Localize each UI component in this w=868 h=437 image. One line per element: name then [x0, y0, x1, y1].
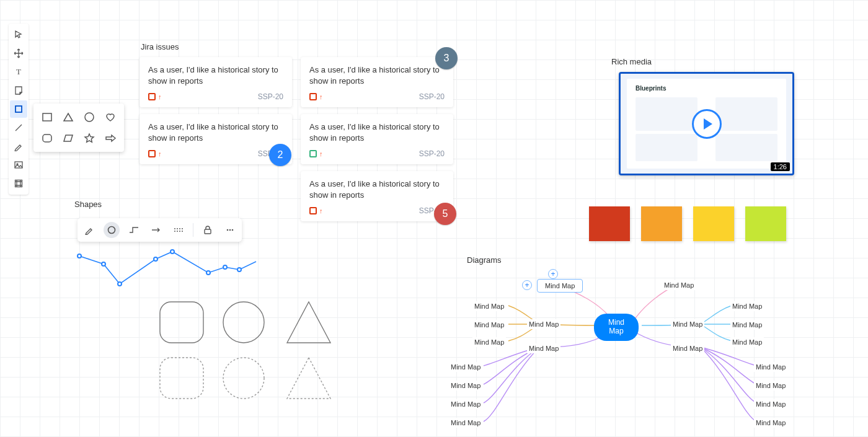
jira-card-title: As a user, I'd like a historical story t… — [309, 179, 445, 200]
vertex-handle[interactable] — [77, 254, 82, 258]
svg-point-16 — [223, 358, 264, 399]
shape-triangle-icon[interactable] — [60, 108, 77, 126]
mindmap-node[interactable]: Mind Map — [671, 319, 704, 329]
elbow-connector-icon[interactable] — [126, 222, 142, 238]
svg-rect-7 — [43, 135, 51, 142]
move-tool[interactable] — [10, 45, 27, 62]
shape-tool[interactable] — [10, 100, 27, 118]
presence-badge: 5 — [434, 203, 456, 225]
mindmap-node[interactable]: Mind Map — [449, 381, 482, 391]
play-icon[interactable] — [692, 109, 722, 139]
mindmap-node[interactable]: Mind Map — [449, 418, 482, 428]
mindmap-node-label: Mind Map — [545, 282, 575, 289]
mindmap-node[interactable]: Mind Map — [527, 319, 560, 329]
svg-rect-15 — [160, 358, 203, 399]
left-toolbar: T — [9, 24, 29, 195]
svg-rect-5 — [43, 113, 51, 121]
jira-card-title: As a user, I'd like a historical story t… — [309, 64, 445, 86]
mindmap-add-left-icon[interactable]: + — [522, 280, 532, 290]
vertex-handle[interactable] — [237, 267, 242, 272]
shape-roundrect-icon[interactable] — [38, 130, 56, 147]
jira-card[interactable]: As a user, I'd like a historical story t… — [301, 57, 453, 107]
diagrams-section-label: Diagrams — [467, 255, 502, 265]
svg-rect-4 — [16, 180, 22, 187]
shape-flyout — [33, 104, 124, 152]
frame-tool[interactable] — [10, 175, 27, 192]
sticky-note[interactable] — [745, 206, 786, 241]
vertex-handle[interactable] — [223, 265, 228, 270]
mindmap-node[interactable]: Mind Map — [472, 337, 506, 347]
svg-point-14 — [223, 302, 264, 343]
pencil-icon[interactable] — [81, 222, 97, 238]
svg-point-6 — [85, 113, 94, 121]
jira-key: SSP-20 — [419, 92, 445, 101]
polyline-shape[interactable] — [73, 245, 259, 294]
vertex-handle[interactable] — [206, 270, 211, 275]
jira-type-icon — [309, 93, 317, 100]
jira-key: SSP-20 — [419, 149, 445, 158]
jira-card[interactable]: As a user, I'd like a historical story t… — [140, 57, 292, 107]
mindmap-connectors — [446, 267, 806, 434]
pen-tool[interactable] — [10, 138, 27, 155]
mindmap-node[interactable]: Mind Map — [754, 399, 787, 409]
jira-key: SSP-20 — [258, 92, 283, 101]
mindmap-node[interactable]: Mind Map — [754, 381, 787, 391]
mindmap-node[interactable]: Mind Map — [730, 320, 764, 330]
mindmap-center-node[interactable]: Mind Map — [594, 314, 639, 341]
jira-priority-icon: ↑ — [319, 93, 323, 100]
shape-rect-icon[interactable] — [38, 108, 56, 126]
mindmap-center-label: Mind Map — [604, 319, 629, 336]
circle-icon[interactable] — [104, 222, 120, 238]
mindmap-node[interactable]: Mind Map — [472, 320, 506, 330]
vertex-handle[interactable] — [101, 262, 106, 267]
shape-samples — [157, 299, 343, 404]
video-title: Blueprints — [636, 85, 666, 92]
more-icon[interactable] — [222, 222, 238, 238]
jira-card-title: As a user, I'd like a historical story t… — [309, 121, 445, 143]
arrow-icon[interactable] — [148, 222, 164, 238]
sticky-note[interactable] — [589, 206, 630, 241]
vertex-handle[interactable] — [170, 249, 175, 254]
text-tool[interactable]: T — [10, 63, 27, 81]
svg-rect-2 — [15, 162, 22, 168]
jira-card[interactable]: As a user, I'd like a historical story t… — [301, 171, 453, 221]
mindmap-node[interactable]: Mind Map — [730, 301, 764, 311]
jira-card[interactable]: As a user, I'd like a historical story t… — [301, 114, 453, 164]
shape-heart-icon[interactable] — [102, 108, 119, 126]
image-tool[interactable] — [10, 156, 27, 174]
mindmap-node[interactable]: Mind Map — [754, 418, 787, 428]
mindmap-node[interactable]: Mind Map — [662, 280, 696, 290]
jira-type-icon — [148, 150, 156, 157]
line-tool[interactable] — [10, 119, 27, 136]
jira-priority-icon: ↑ — [319, 150, 323, 157]
vertex-handle[interactable] — [117, 281, 122, 286]
mindmap-node[interactable]: Mind Map — [671, 343, 704, 353]
svg-point-12 — [232, 229, 234, 231]
svg-rect-13 — [160, 302, 203, 343]
badge-number: 2 — [278, 149, 283, 161]
lock-icon[interactable] — [200, 222, 216, 238]
presence-badge: 3 — [435, 47, 458, 69]
shape-circle-icon[interactable] — [81, 108, 98, 126]
sticky-note[interactable] — [693, 206, 734, 241]
jira-card-title: As a user, I'd like a historical story t… — [148, 121, 283, 143]
sticky-note[interactable] — [641, 206, 682, 241]
vertex-handle[interactable] — [153, 257, 158, 262]
svg-rect-9 — [205, 229, 211, 234]
video-thumbnail[interactable]: Blueprints 1:26 — [619, 72, 794, 175]
mindmap-node[interactable]: Mind Map — [449, 399, 482, 409]
mindmap-add-top-icon[interactable]: + — [548, 269, 558, 279]
pointer-tool[interactable] — [10, 26, 27, 43]
mindmap-node[interactable]: Mind Map — [472, 301, 506, 311]
shape-star-icon[interactable] — [81, 130, 98, 147]
sticky-tool[interactable] — [10, 82, 27, 99]
mindmap-node[interactable]: Mind Map — [527, 343, 560, 353]
mindmap-selected-node[interactable]: Mind Map — [537, 279, 583, 293]
mindmap-node[interactable]: Mind Map — [730, 337, 764, 347]
mindmap-node[interactable]: Mind Map — [754, 362, 787, 372]
mindmap-node[interactable]: Mind Map — [449, 362, 482, 372]
line-style-icon[interactable] — [170, 222, 187, 238]
shape-parallelogram-icon[interactable] — [60, 130, 77, 147]
svg-point-11 — [229, 229, 231, 231]
shape-arrow-icon[interactable] — [102, 130, 119, 147]
